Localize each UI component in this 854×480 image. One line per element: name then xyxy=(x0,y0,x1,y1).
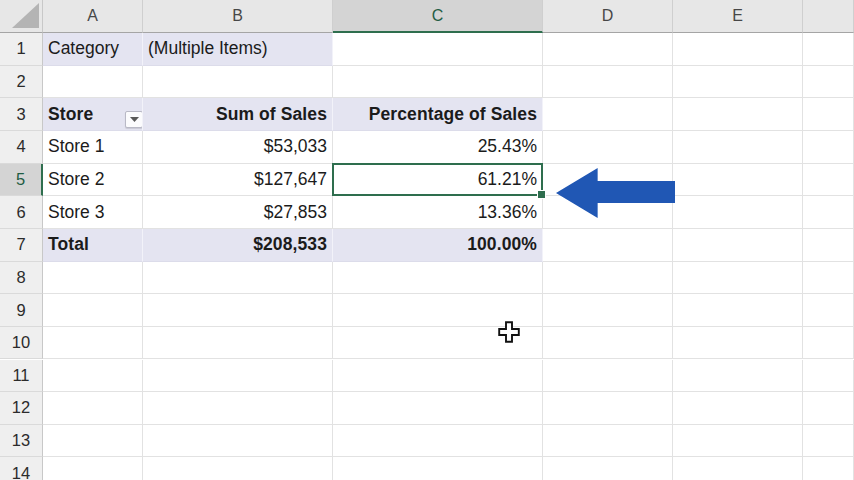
cell-E3[interactable] xyxy=(673,98,803,131)
cell-F7[interactable] xyxy=(803,229,854,262)
row-header-10[interactable]: 10 xyxy=(0,327,43,360)
cell-C5[interactable]: 61.21% xyxy=(333,164,543,197)
row-header-14[interactable]: 14 xyxy=(0,457,43,480)
cell-D2[interactable] xyxy=(543,66,673,99)
cell-C11[interactable] xyxy=(333,360,543,393)
cell-B5[interactable]: $127,647 xyxy=(143,164,333,197)
row-header-4[interactable]: 4 xyxy=(0,131,43,164)
cell-F4[interactable] xyxy=(803,131,854,164)
fill-handle[interactable] xyxy=(537,190,546,199)
cell-F6[interactable] xyxy=(803,196,854,229)
cell-C4[interactable]: 25.43% xyxy=(333,131,543,164)
cell-C3[interactable]: Percentage of Sales xyxy=(333,98,543,131)
row-header-8[interactable]: 8 xyxy=(0,262,43,295)
cell-A9[interactable] xyxy=(43,294,143,327)
cell-C6[interactable]: 13.36% xyxy=(333,196,543,229)
cell-A4[interactable]: Store 1 xyxy=(43,131,143,164)
row-header-12[interactable]: 12 xyxy=(0,392,43,425)
cell-A14[interactable] xyxy=(43,457,143,480)
cell-B14[interactable] xyxy=(143,457,333,480)
cell-A7[interactable]: Total xyxy=(43,229,143,262)
cell-B3[interactable]: Sum of Sales xyxy=(143,98,333,131)
cell-F10[interactable] xyxy=(803,327,854,360)
cell-A8[interactable] xyxy=(43,262,143,295)
cell-D7[interactable] xyxy=(543,229,673,262)
cell-B8[interactable] xyxy=(143,262,333,295)
cell-C12[interactable] xyxy=(333,392,543,425)
cell-B2[interactable] xyxy=(143,66,333,99)
cell-F14[interactable] xyxy=(803,457,854,480)
cell-A11[interactable] xyxy=(43,360,143,393)
cell-E4[interactable] xyxy=(673,131,803,164)
row-header-11[interactable]: 11 xyxy=(0,360,43,393)
cell-F1[interactable] xyxy=(803,33,854,66)
cell-D4[interactable] xyxy=(543,131,673,164)
cell-D9[interactable] xyxy=(543,294,673,327)
cell-B10[interactable] xyxy=(143,327,333,360)
select-all-corner[interactable] xyxy=(0,0,43,33)
cell-F2[interactable] xyxy=(803,66,854,99)
column-header-C[interactable]: C xyxy=(333,0,543,33)
row-header-6[interactable]: 6 xyxy=(0,196,43,229)
cell-B9[interactable] xyxy=(143,294,333,327)
cell-B13[interactable] xyxy=(143,425,333,458)
cell-E8[interactable] xyxy=(673,262,803,295)
cell-E7[interactable] xyxy=(673,229,803,262)
cell-E6[interactable] xyxy=(673,196,803,229)
column-header-D[interactable]: D xyxy=(543,0,673,33)
cell-B1[interactable]: (Multiple Items) xyxy=(143,33,333,66)
column-header-B[interactable]: B xyxy=(143,0,333,33)
cell-E11[interactable] xyxy=(673,360,803,393)
cell-C14[interactable] xyxy=(333,457,543,480)
cell-D10[interactable] xyxy=(543,327,673,360)
cell-B4[interactable]: $53,033 xyxy=(143,131,333,164)
cell-F11[interactable] xyxy=(803,360,854,393)
cell-F5[interactable] xyxy=(803,164,854,197)
cell-A10[interactable] xyxy=(43,327,143,360)
cell-F13[interactable] xyxy=(803,425,854,458)
column-header-E[interactable]: E xyxy=(673,0,803,33)
column-header-partial[interactable] xyxy=(803,0,854,33)
column-header-A[interactable]: A xyxy=(43,0,143,33)
cell-C1[interactable] xyxy=(333,33,543,66)
cell-C13[interactable] xyxy=(333,425,543,458)
cell-A3[interactable]: Store xyxy=(43,98,143,131)
cell-E10[interactable] xyxy=(673,327,803,360)
cell-A6[interactable]: Store 3 xyxy=(43,196,143,229)
cell-D12[interactable] xyxy=(543,392,673,425)
cell-A2[interactable] xyxy=(43,66,143,99)
cell-D11[interactable] xyxy=(543,360,673,393)
cell-C2[interactable] xyxy=(333,66,543,99)
cell-E14[interactable] xyxy=(673,457,803,480)
cell-E12[interactable] xyxy=(673,392,803,425)
cell-E5[interactable] xyxy=(673,164,803,197)
row-header-7[interactable]: 7 xyxy=(0,229,43,262)
cell-D8[interactable] xyxy=(543,262,673,295)
cell-C8[interactable] xyxy=(333,262,543,295)
cell-D1[interactable] xyxy=(543,33,673,66)
cell-B6[interactable]: $27,853 xyxy=(143,196,333,229)
row-header-5[interactable]: 5 xyxy=(0,164,43,197)
cell-D13[interactable] xyxy=(543,425,673,458)
cell-D14[interactable] xyxy=(543,457,673,480)
row-header-3[interactable]: 3 xyxy=(0,98,43,131)
cell-F8[interactable] xyxy=(803,262,854,295)
row-header-1[interactable]: 1 xyxy=(0,33,43,66)
cell-D3[interactable] xyxy=(543,98,673,131)
cell-B12[interactable] xyxy=(143,392,333,425)
cell-F9[interactable] xyxy=(803,294,854,327)
cell-E13[interactable] xyxy=(673,425,803,458)
cell-A1[interactable]: Category xyxy=(43,33,143,66)
field-dropdown-button[interactable] xyxy=(125,111,143,128)
cell-A12[interactable] xyxy=(43,392,143,425)
cell-E2[interactable] xyxy=(673,66,803,99)
row-header-9[interactable]: 9 xyxy=(0,294,43,327)
row-header-13[interactable]: 13 xyxy=(0,425,43,458)
cell-E9[interactable] xyxy=(673,294,803,327)
cell-F3[interactable] xyxy=(803,98,854,131)
cell-B7[interactable]: $208,533 xyxy=(143,229,333,262)
row-header-2[interactable]: 2 xyxy=(0,66,43,99)
cell-A13[interactable] xyxy=(43,425,143,458)
cell-F12[interactable] xyxy=(803,392,854,425)
cell-C7[interactable]: 100.00% xyxy=(333,229,543,262)
